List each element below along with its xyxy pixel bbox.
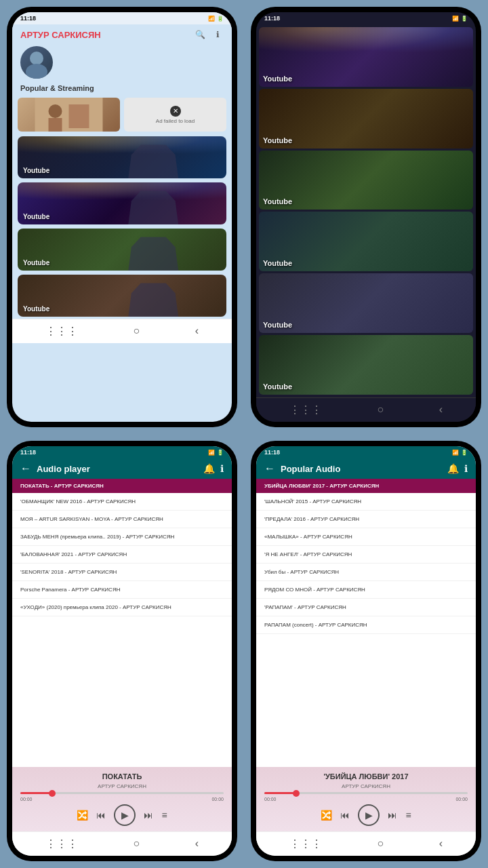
video-item-5[interactable]: Youtube	[259, 273, 473, 333]
youtube-card-3[interactable]: Youtube	[18, 229, 226, 271]
youtube-card-2[interactable]: Youtube	[18, 182, 226, 224]
status-icons-1: 📶 🔋	[208, 16, 224, 22]
nav-menu-icon-3[interactable]: ⋮⋮⋮	[45, 837, 78, 850]
popular-next-icon[interactable]: ⏭	[388, 810, 397, 821]
status-bar-3: 11:18 📶 🔋	[12, 446, 232, 458]
track-list: 'ОБМАНЩИК' NEW 2016 - АРТУР САРКИСЯН МОЯ…	[12, 493, 232, 767]
popular-track-7[interactable]: 'РАПАПАМ' - АРТУР САРКИСЯН	[256, 599, 476, 616]
phone-popular-audio: 11:18 📶 🔋 ← Popular Audio 🔔 ℹ УБИЙЦА ЛЮБ…	[251, 441, 481, 861]
ad-failed-text: Ad failed to load	[156, 118, 195, 124]
ad-thumbnail[interactable]	[18, 98, 120, 132]
play-button[interactable]: ▶	[114, 804, 136, 826]
bell-icon[interactable]: 🔔	[203, 463, 215, 474]
youtube-label-1: Youtube	[23, 167, 49, 174]
track-item-6[interactable]: Porsche Panamera - АРТУР САРКИСЯН	[12, 581, 232, 599]
nav-bar-4: ⋮⋮⋮ ○ ‹	[256, 831, 476, 856]
video-item-2[interactable]: Youtube	[259, 89, 473, 149]
track-item-3[interactable]: ЗАБУДЬ МЕНЯ (премьера клипа.. 2019) - АР…	[12, 528, 232, 546]
video-item-1[interactable]: Youtube	[259, 27, 473, 87]
battery-icon-3: 🔋	[217, 450, 224, 456]
video-item-4[interactable]: Youtube	[259, 212, 473, 271]
repeat-icon[interactable]: ≡	[161, 810, 167, 821]
nav-home-icon-4[interactable]: ○	[377, 837, 384, 850]
avatar-section	[12, 43, 232, 81]
nav-home-icon-2[interactable]: ○	[377, 403, 384, 416]
popular-now-playing-artist: АРТУР САРКИСЯН	[342, 783, 390, 789]
nav-back-icon-3[interactable]: ‹	[195, 837, 199, 850]
popular-repeat-icon[interactable]: ≡	[405, 810, 411, 821]
video-item-3[interactable]: Youtube	[259, 151, 473, 210]
info-icon[interactable]: ℹ	[211, 28, 224, 41]
popular-track-3[interactable]: «МАЛЫШКА» - АРТУР САРКИСЯН	[256, 528, 476, 546]
signal-icon-3: 📶	[208, 450, 215, 456]
popular-track-2[interactable]: 'ПРЕДАЛА' 2016 - АРТУР САРКИСЯН	[256, 511, 476, 528]
track-item-2[interactable]: МОЯ – ARTUR SARKISYAN - MOYA - АРТУР САР…	[12, 511, 232, 528]
prev-icon[interactable]: ⏮	[96, 810, 106, 821]
nav-home-icon[interactable]: ○	[133, 325, 140, 338]
popular-track-5[interactable]: Убил бы - АРТУР САРКИСЯН	[256, 564, 476, 581]
nav-back-icon-2[interactable]: ‹	[439, 403, 443, 416]
time-4: 11:18	[264, 449, 280, 456]
time-1: 11:18	[20, 15, 36, 22]
nav-menu-icon[interactable]: ⋮⋮⋮	[45, 325, 78, 338]
nav-back-icon-4[interactable]: ‹	[439, 837, 443, 850]
popular-track-1[interactable]: 'ШАЛЬНОЙ' 2015 - АРТУР САРКИСЯН	[256, 493, 476, 511]
svg-rect-4	[49, 118, 62, 132]
artist-name: АРТУР САРКИСЯН	[20, 30, 101, 40]
shuffle-icon[interactable]: 🔀	[77, 810, 88, 821]
status-icons-4: 📶 🔋	[452, 450, 468, 456]
youtube-card-1[interactable]: Youtube	[18, 136, 226, 178]
status-bar-4: 11:18 📶 🔋	[256, 446, 476, 458]
ad-section: ✕ Ad failed to load	[12, 95, 232, 134]
phone-youtube-list: 11:18 📶 🔋 Youtube Youtube Yo	[251, 7, 481, 427]
track-item-5[interactable]: 'SENORITA' 2018 - АРТУР САРКИСЯН	[12, 564, 232, 581]
popular-shuffle-icon[interactable]: 🔀	[321, 810, 332, 821]
nav-back-icon[interactable]: ‹	[195, 325, 199, 338]
audio-player-title: Audio player	[37, 464, 198, 474]
popular-player-bottom: 'УБИЙЦА ЛЮБВИ' 2017 АРТУР САРКИСЯН 00:00…	[256, 767, 476, 831]
status-bar-1: 11:18 📶 🔋	[12, 12, 232, 24]
back-button[interactable]: ←	[20, 462, 31, 475]
nav-menu-icon-2[interactable]: ⋮⋮⋮	[289, 403, 322, 416]
popular-play-button[interactable]: ▶	[358, 804, 380, 826]
progress-bar[interactable]	[20, 792, 224, 794]
popular-track-4[interactable]: 'Я НЕ АНГЕЛ' - АРТУР САРКИСЯН	[256, 546, 476, 564]
popular-progress-bar[interactable]	[264, 792, 468, 794]
nav-home-icon-3[interactable]: ○	[133, 837, 140, 850]
track-item-7[interactable]: «УХОДИ» (2020) премьера клипа 2020 - АРТ…	[12, 599, 232, 616]
artist-header: АРТУР САРКИСЯН 🔍 ℹ	[12, 24, 232, 43]
youtube-card-4[interactable]: Youtube	[18, 275, 226, 317]
nav-menu-icon-4[interactable]: ⋮⋮⋮	[289, 837, 322, 850]
wifi-icon: 📶	[208, 16, 215, 22]
bell-icon-4[interactable]: 🔔	[447, 463, 459, 474]
battery-icon-2: 🔋	[461, 16, 468, 22]
time-2: 11:18	[264, 15, 280, 22]
header-actions: 🔍 ℹ	[194, 28, 224, 41]
popular-now-playing-title: 'УБИЙЦА ЛЮБВИ' 2017	[323, 772, 408, 781]
ad-failed-box: ✕ Ad failed to load	[124, 98, 226, 132]
progress-fill	[20, 792, 51, 794]
ad-close-icon[interactable]: ✕	[170, 106, 181, 117]
search-icon[interactable]: 🔍	[194, 28, 206, 41]
youtube-label-4: Youtube	[23, 305, 49, 313]
video-label-3: Youtube	[263, 197, 292, 205]
next-icon[interactable]: ⏭	[144, 810, 153, 821]
youtube-label-2: Youtube	[23, 213, 49, 220]
popular-prev-icon[interactable]: ⏮	[340, 810, 350, 821]
phone-audio-player: 11:18 📶 🔋 ← Audio player 🔔 ℹ ПОКАТАТЬ - …	[7, 441, 237, 861]
track-item-1[interactable]: 'ОБМАНЩИК' NEW 2016 - АРТУР САРКИСЯН	[12, 493, 232, 511]
info-icon-3[interactable]: ℹ	[220, 463, 224, 474]
track-item-4[interactable]: 'БАЛОВАННАЯ' 2021 - АРТУР САРКИСЯН	[12, 546, 232, 564]
svg-point-3	[49, 104, 62, 118]
popular-label: Popular & Streaming	[12, 81, 232, 95]
popular-track-8[interactable]: РАПАПАМ (concert) - АРТУР САРКИСЯН	[256, 616, 476, 634]
svg-point-0	[30, 52, 43, 65]
player-controls: 🔀 ⏮ ▶ ⏭ ≡	[77, 804, 167, 826]
info-icon-4[interactable]: ℹ	[464, 463, 468, 474]
popular-track-6[interactable]: РЯДОМ СО МНОЙ - АРТУР САРКИСЯН	[256, 581, 476, 599]
video-item-6[interactable]: Youtube	[259, 335, 473, 395]
nav-bar-3: ⋮⋮⋮ ○ ‹	[12, 831, 232, 856]
back-button-4[interactable]: ←	[264, 462, 275, 475]
status-icons-3: 📶 🔋	[208, 450, 224, 456]
time-start: 00:00	[20, 797, 33, 802]
